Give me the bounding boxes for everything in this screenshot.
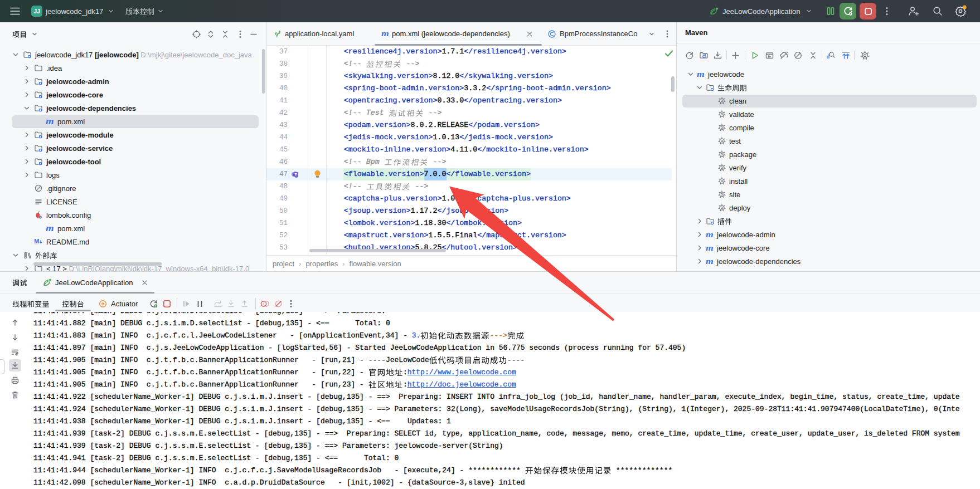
svg-text:M: M (34, 237, 39, 244)
